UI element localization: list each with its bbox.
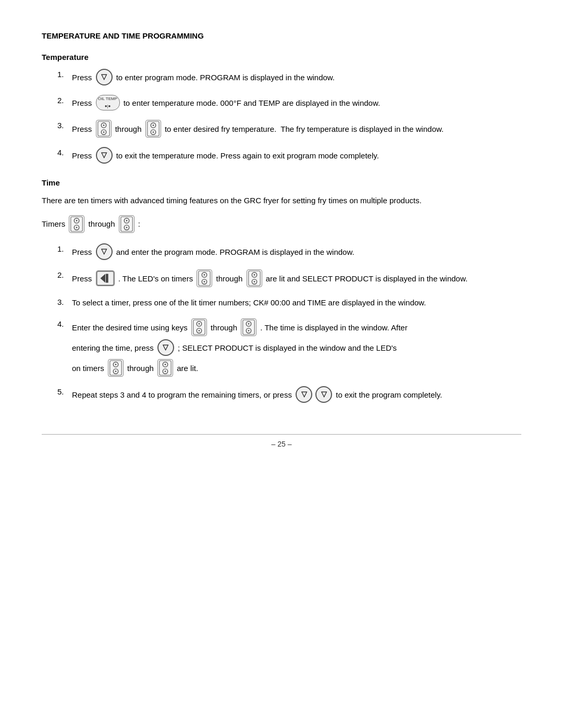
temperature-steps: 1. Press ▽ to enter program mode. PROGRA… — [57, 69, 521, 164]
svg-point-45 — [115, 364, 116, 365]
svg-point-19 — [126, 227, 127, 228]
v-button-icon-2: ▽ — [96, 147, 113, 164]
timer-dial-1 — [69, 215, 84, 233]
svg-rect-48 — [160, 361, 172, 375]
svg-point-4 — [103, 131, 104, 133]
dial-button-icon-1 — [96, 120, 112, 138]
svg-rect-10 — [71, 217, 83, 231]
time-section: Time There are ten timers with advanced … — [42, 178, 521, 403]
svg-point-2 — [103, 125, 104, 126]
time-step-5: 5. Repeat steps 3 and 4 to program the r… — [57, 386, 521, 403]
dial-button-icon-2 — [145, 120, 161, 138]
svg-point-27 — [204, 281, 205, 282]
temp-step-3: 3. Press through — [57, 120, 521, 138]
svg-point-17 — [126, 220, 127, 221]
svg-point-47 — [115, 371, 116, 372]
svg-rect-23 — [199, 271, 211, 286]
temp-step-2: 2. Press OIL TEMP●|● to enter temperatur… — [57, 95, 521, 110]
temperature-section: Temperature 1. Press ▽ to enter program … — [42, 53, 521, 164]
svg-point-42 — [248, 330, 250, 331]
temperature-heading: Temperature — [42, 53, 521, 61]
time-steps: 1. Press ▽ and enter the program mode. P… — [57, 243, 521, 403]
time-step-4: 4. Enter the desired time using keys th — [57, 318, 521, 377]
v-button-icon-5: ▽ — [296, 386, 312, 403]
timer-dial-4 — [247, 269, 262, 287]
svg-rect-15 — [120, 217, 132, 231]
svg-point-14 — [76, 227, 78, 228]
v-button-icon-6: ▽ — [315, 386, 332, 403]
timer-dial-2 — [119, 215, 134, 233]
timer-dial-3 — [197, 269, 212, 287]
svg-point-25 — [204, 274, 205, 276]
time-step-2: 2. Press . The LED's on timers — [57, 269, 521, 287]
svg-point-37 — [199, 330, 200, 331]
temp-step-1: 1. Press ▽ to enter program mode. PROGRA… — [57, 69, 521, 85]
timer-dial-7 — [108, 359, 124, 377]
footer: – 25 – — [42, 434, 521, 448]
svg-point-30 — [253, 274, 255, 276]
svg-rect-28 — [248, 271, 260, 286]
svg-rect-33 — [193, 320, 205, 335]
time-step-1: 1. Press ▽ and enter the program mode. P… — [57, 243, 521, 260]
v-button-icon: ▽ — [96, 69, 113, 85]
time-intro: There are ten timers with advanced timin… — [42, 194, 521, 207]
page-title: TEMPERATURE AND TIME PROGRAMMING — [42, 31, 521, 40]
time-step-3: 3. To select a timer, press one of the l… — [57, 297, 521, 309]
timer-dial-8 — [157, 359, 173, 377]
svg-rect-43 — [110, 361, 122, 375]
svg-point-35 — [199, 323, 200, 325]
v-button-icon-3: ▽ — [96, 243, 113, 260]
svg-point-52 — [165, 371, 166, 372]
svg-point-50 — [165, 364, 166, 365]
svg-point-7 — [152, 125, 154, 126]
svg-rect-22 — [105, 274, 108, 283]
svg-point-9 — [152, 131, 154, 133]
back-button-icon — [96, 270, 115, 286]
svg-rect-38 — [243, 320, 255, 335]
v-button-icon-4: ▽ — [157, 339, 174, 356]
timer-dial-6 — [241, 318, 256, 336]
svg-rect-5 — [147, 121, 159, 136]
svg-point-12 — [76, 220, 78, 221]
timer-dial-5 — [191, 318, 207, 336]
page-number: – 25 – — [272, 440, 292, 448]
svg-point-32 — [253, 281, 255, 282]
svg-rect-0 — [97, 121, 109, 136]
timers-line: Timers through : — [42, 215, 521, 233]
time-heading: Time — [42, 178, 521, 187]
temp-step-4: 4. Press ▽ to exit the temperature mode.… — [57, 147, 521, 164]
temp-button-icon: OIL TEMP●|● — [96, 95, 120, 110]
svg-point-40 — [248, 323, 250, 325]
